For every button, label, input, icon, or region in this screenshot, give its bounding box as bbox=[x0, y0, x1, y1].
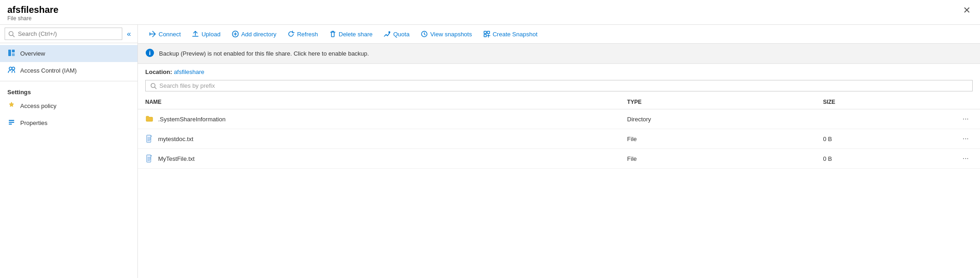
info-banner[interactable]: Backup (Preview) is not enabled for this… bbox=[138, 44, 980, 64]
file-actions-cell: ··· bbox=[952, 129, 980, 149]
svg-line-19 bbox=[154, 87, 156, 88]
column-header-type: TYPE bbox=[620, 95, 815, 109]
column-header-actions bbox=[952, 95, 980, 109]
add-directory-label: Add directory bbox=[241, 31, 277, 38]
file-type: Directory bbox=[620, 109, 815, 129]
sidebar-item-properties[interactable]: Properties bbox=[0, 114, 137, 131]
quota-button[interactable]: Quota bbox=[380, 28, 413, 40]
window-title: afsfileshare bbox=[7, 5, 58, 15]
view-snapshots-icon bbox=[421, 30, 428, 38]
info-banner-text: Backup (Preview) is not enabled for this… bbox=[159, 50, 369, 57]
svg-rect-9 bbox=[9, 124, 12, 125]
info-icon bbox=[145, 48, 154, 59]
connect-label: Connect bbox=[159, 31, 181, 38]
create-snapshot-icon bbox=[483, 30, 490, 38]
sidebar-nav: Overview Access Control (IAM) Settings bbox=[0, 43, 137, 278]
sidebar-item-properties-label: Properties bbox=[20, 119, 47, 126]
column-header-size: SIZE bbox=[815, 95, 952, 109]
view-snapshots-button[interactable]: View snapshots bbox=[417, 28, 476, 40]
upload-button[interactable]: Upload bbox=[188, 28, 224, 40]
location-link[interactable]: afsfileshare bbox=[174, 68, 204, 75]
folder-icon bbox=[145, 115, 154, 123]
refresh-label: Refresh bbox=[297, 31, 318, 38]
svg-rect-8 bbox=[9, 122, 14, 123]
column-header-name: NAME bbox=[138, 95, 620, 109]
file-name: .SystemShareInformation bbox=[158, 116, 226, 123]
svg-line-1 bbox=[13, 35, 15, 37]
svg-point-5 bbox=[9, 67, 12, 70]
svg-rect-13 bbox=[484, 31, 486, 34]
file-actions-cell: ··· bbox=[952, 109, 980, 129]
upload-icon bbox=[192, 30, 199, 38]
svg-point-6 bbox=[12, 67, 15, 70]
main-layout: « Overview bbox=[0, 25, 980, 278]
file-actions-cell: ··· bbox=[952, 149, 980, 169]
file-type: File bbox=[620, 149, 815, 169]
properties-icon bbox=[7, 118, 16, 128]
table-header-row: NAME TYPE SIZE bbox=[138, 95, 980, 109]
svg-point-17 bbox=[149, 51, 150, 52]
delete-share-button[interactable]: Delete share bbox=[325, 28, 376, 40]
refresh-button[interactable]: Refresh bbox=[284, 28, 322, 40]
sidebar-item-access-policy[interactable]: Access policy bbox=[0, 97, 137, 114]
delete-share-label: Delete share bbox=[339, 31, 373, 38]
close-button[interactable]: ✕ bbox=[961, 5, 973, 16]
file-name-cell: mytestdoc.txt bbox=[138, 129, 620, 149]
sidebar-collapse-button[interactable]: « bbox=[125, 29, 133, 39]
file-name-cell: .SystemShareInformation bbox=[138, 109, 620, 129]
create-snapshot-button[interactable]: Create Snapshot bbox=[479, 28, 541, 40]
file-size: 0 B bbox=[815, 149, 952, 169]
location-bar: Location: afsfileshare bbox=[138, 64, 980, 78]
sidebar-item-overview-label: Overview bbox=[20, 50, 45, 57]
sidebar-item-access-policy-label: Access policy bbox=[20, 102, 57, 109]
file-type: File bbox=[620, 129, 815, 149]
more-actions-button[interactable]: ··· bbox=[960, 153, 971, 164]
sidebar: « Overview bbox=[0, 25, 138, 278]
file-size bbox=[815, 109, 952, 129]
file-size: 0 B bbox=[815, 129, 952, 149]
toolbar: Connect Upload Add directory bbox=[138, 25, 980, 44]
file-icon bbox=[145, 154, 154, 163]
svg-rect-20 bbox=[147, 135, 151, 142]
table-row: MyTestFile.txt File 0 B ··· bbox=[138, 149, 980, 169]
quota-icon bbox=[383, 30, 391, 38]
table-row: .SystemShareInformation Directory ··· bbox=[138, 109, 980, 129]
svg-rect-15 bbox=[484, 34, 486, 37]
svg-point-11 bbox=[388, 31, 390, 33]
file-search-wrap bbox=[138, 78, 980, 95]
file-table: NAME TYPE SIZE .SystemShareInformation D… bbox=[138, 95, 980, 278]
svg-rect-14 bbox=[487, 31, 490, 34]
more-actions-button[interactable]: ··· bbox=[960, 134, 971, 144]
overview-icon bbox=[7, 49, 16, 58]
search-icon bbox=[8, 31, 15, 37]
connect-icon bbox=[149, 30, 156, 38]
add-directory-button[interactable]: Add directory bbox=[228, 28, 280, 40]
table-row: mytestdoc.txt File 0 B ··· bbox=[138, 129, 980, 149]
sidebar-search-input[interactable] bbox=[5, 28, 122, 40]
view-snapshots-label: View snapshots bbox=[430, 31, 472, 38]
files-table: NAME TYPE SIZE .SystemShareInformation D… bbox=[138, 95, 980, 169]
window-subtitle: File share bbox=[7, 15, 58, 22]
sidebar-item-access-control[interactable]: Access Control (IAM) bbox=[0, 62, 137, 79]
file-search-input[interactable] bbox=[160, 82, 968, 89]
sidebar-header: « bbox=[0, 25, 137, 43]
title-bar: afsfileshare File share ✕ bbox=[0, 0, 980, 25]
more-actions-button[interactable]: ··· bbox=[960, 114, 971, 124]
file-icon bbox=[145, 135, 154, 143]
sidebar-item-overview[interactable]: Overview bbox=[0, 45, 137, 62]
create-snapshot-label: Create Snapshot bbox=[493, 31, 538, 38]
access-control-icon bbox=[7, 66, 16, 75]
svg-rect-4 bbox=[12, 53, 15, 56]
location-label: Location: bbox=[145, 68, 172, 75]
file-search-bar bbox=[145, 80, 973, 91]
file-name: mytestdoc.txt bbox=[158, 136, 194, 142]
sidebar-search-wrap bbox=[5, 28, 122, 40]
sidebar-settings-title: Settings bbox=[0, 83, 137, 97]
sidebar-divider bbox=[0, 81, 137, 81]
file-search-icon bbox=[150, 83, 157, 89]
svg-rect-3 bbox=[12, 50, 15, 52]
connect-button[interactable]: Connect bbox=[145, 28, 184, 40]
access-policy-icon bbox=[7, 101, 16, 111]
file-name: MyTestFile.txt bbox=[158, 155, 194, 162]
quota-label: Quota bbox=[393, 31, 409, 38]
